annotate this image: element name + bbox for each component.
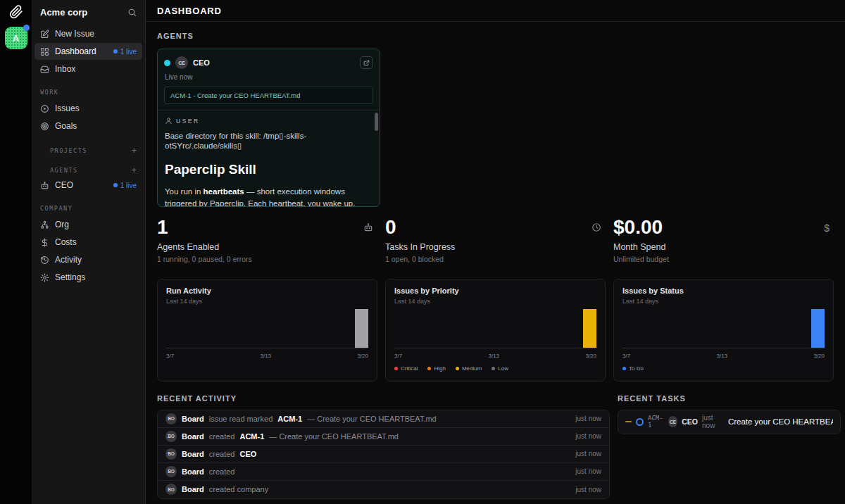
dashboard-content: AGENTS CE CEO Live now ACM-1 - Create yo…: [146, 22, 845, 504]
workspace-rail: A: [0, 0, 32, 504]
add-agent-button[interactable]: +: [131, 167, 137, 174]
chart-plot: [394, 309, 596, 348]
legend-dot-icon: [427, 367, 431, 370]
status-todo-icon: [636, 418, 644, 426]
app-window: A Acme corp New Issue Dashboard 1 live: [0, 0, 845, 504]
x-tick: 3/13: [260, 353, 271, 359]
task-id: ACM-1: [648, 415, 664, 429]
recent-activity-label: RECENT ACTIVITY: [157, 394, 610, 403]
activity-time: just now: [575, 486, 601, 493]
stat-tasks-in-progress: 0 Tasks In Progress 1 open, 0 blocked: [385, 215, 606, 263]
actor-avatar: BO: [165, 484, 177, 495]
legend-item: High: [427, 365, 445, 372]
activity-row[interactable]: BO Board issue read marked ACM-1 — Creat…: [158, 410, 609, 428]
stat-agents-enabled: 1 Agents Enabled 1 running, 0 paused, 0 …: [157, 215, 377, 263]
add-project-button[interactable]: +: [131, 147, 137, 154]
sidebar: Acme corp New Issue Dashboard 1 live Inb…: [32, 0, 146, 504]
sidebar-item-issues[interactable]: Issues: [35, 100, 142, 117]
issues-icon: [40, 104, 49, 113]
activity-time: just now: [575, 415, 601, 422]
x-tick: 3/7: [622, 353, 630, 359]
stat-value: 0: [385, 217, 606, 239]
chart-bar: [583, 309, 596, 348]
stat-value: $0.00: [613, 217, 834, 239]
x-tick: 3/20: [585, 353, 596, 359]
stat-value: 1: [157, 217, 377, 239]
activity-action: created: [209, 432, 235, 441]
sidebar-item-label: Settings: [55, 272, 137, 282]
sidebar-item-label: Org: [55, 220, 137, 229]
chart-subtitle: Last 14 days: [622, 298, 825, 305]
paperclip-logo-icon: [8, 4, 24, 20]
activity-row[interactable]: BO Board created ACM-1 — Create your CEO…: [158, 428, 609, 446]
task-agent-avatar: CE: [668, 416, 677, 427]
sidebar-item-activity[interactable]: Activity: [35, 251, 142, 268]
sidebar-item-inbox[interactable]: Inbox: [35, 61, 142, 77]
message-role-label: USER: [176, 118, 200, 125]
page-title: DASHBOARD: [157, 6, 222, 16]
live-badge-label: 1 live: [120, 182, 137, 189]
live-badge: 1 live: [113, 48, 137, 56]
activity-row[interactable]: BO Board created company just now: [158, 481, 609, 498]
sidebar-item-label: CEO: [55, 180, 108, 190]
chart-legend: CriticalHighMediumLow: [394, 365, 596, 372]
dashboard-icon: [40, 47, 49, 56]
agent-message-preview: USER Base directory for this skill: /tmp…: [158, 110, 380, 207]
sidebar-item-ceo[interactable]: CEO 1 live: [35, 177, 142, 194]
chart-title: Run Activity: [166, 286, 368, 295]
activity-row[interactable]: BO Board created CEO just now: [158, 446, 609, 463]
activity-action: created: [209, 467, 235, 476]
task-time: just now: [702, 414, 724, 429]
sidebar-item-label: Inbox: [55, 64, 137, 74]
message-doc-title: Paperclip Skill: [165, 162, 370, 177]
sidebar-item-label: Costs: [55, 237, 137, 247]
sidebar-item-label: Goals: [55, 121, 137, 131]
stat-subtext: Unlimited budget: [613, 255, 834, 263]
stat-subtext: 1 running, 0 paused, 0 errors: [157, 255, 377, 263]
sidebar-item-dashboard[interactable]: Dashboard 1 live: [35, 43, 142, 60]
x-tick: 3/13: [488, 353, 499, 359]
sidebar-section-work: WORK: [32, 89, 145, 96]
activity-target: ACM-1: [239, 432, 264, 441]
scrollbar-thumb[interactable]: [375, 113, 378, 131]
recent-activity-section: RECENT ACTIVITY BO Board issue read mark…: [157, 394, 610, 499]
actor-name: Board: [182, 450, 204, 458]
activity-history-icon: [40, 256, 49, 265]
recent-tasks-section: RECENT TASKS ACM-1 CE CEO just now Creat…: [618, 394, 841, 434]
x-tick: 3/7: [394, 353, 402, 359]
sidebar-item-new-issue[interactable]: New Issue: [35, 25, 142, 42]
search-icon[interactable]: [127, 8, 137, 17]
sidebar-item-org[interactable]: Org: [35, 216, 142, 233]
open-agent-button[interactable]: [360, 56, 373, 69]
activity-detail: — Create your CEO HEARTBEAT.md: [307, 415, 570, 423]
sidebar-section-company: COMPANY: [32, 205, 145, 212]
workspace-avatar[interactable]: A: [5, 27, 27, 49]
agent-task-chip[interactable]: ACM-1 - Create your CEO HEARTBEAT.md: [164, 87, 373, 104]
chart-bar: [355, 309, 368, 348]
chart-subtitle: Last 14 days: [394, 298, 596, 305]
activity-action: created company: [209, 485, 268, 493]
task-row[interactable]: ACM-1 CE CEO just now Create your CEO HE…: [618, 410, 840, 434]
agent-status-text: Live now: [165, 73, 373, 81]
chart-x-ticks: 3/7 3/13 3/20: [394, 353, 596, 359]
sidebar-item-goals[interactable]: Goals: [35, 118, 142, 134]
bottom-row: RECENT ACTIVITY BO Board issue read mark…: [157, 394, 834, 499]
task-title: Create your CEO HEARTBEAT.md: [728, 417, 833, 426]
sidebar-item-costs[interactable]: Costs: [35, 234, 142, 251]
agent-card-ceo: CE CEO Live now ACM-1 - Create your CEO …: [157, 49, 380, 207]
activity-table: BO Board issue read marked ACM-1 — Creat…: [157, 410, 610, 499]
activity-detail: — Create your CEO HEARTBEAT.md: [269, 432, 570, 441]
agents-group-label: AGENTS: [50, 167, 78, 174]
activity-row[interactable]: BO Board created just now: [158, 463, 609, 481]
legend-dot-icon: [456, 367, 459, 370]
chart-title: Issues by Priority: [394, 286, 596, 295]
sidebar-item-settings[interactable]: Settings: [35, 269, 142, 286]
stat-label: Agents Enabled: [157, 242, 377, 252]
chart-x-ticks: 3/7 3/13 3/20: [166, 353, 368, 359]
activity-time: just now: [575, 467, 601, 475]
activity-time: just now: [575, 432, 601, 440]
legend-item: Medium: [456, 365, 482, 372]
avatar-letter: A: [13, 33, 19, 44]
chart-subtitle: Last 14 days: [166, 298, 368, 305]
x-tick: 3/20: [357, 353, 368, 359]
